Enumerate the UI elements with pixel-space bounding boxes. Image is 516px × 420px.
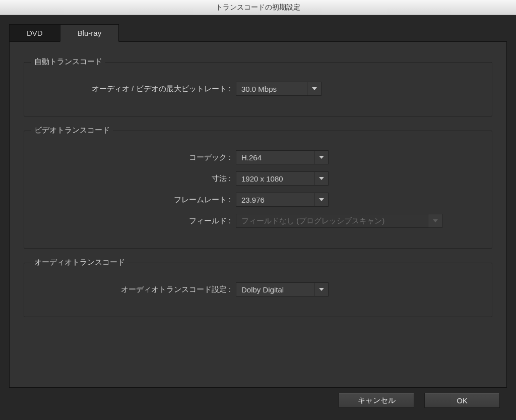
group-video-transcode: ビデオトランスコード コーデック : H.264 寸法 : 1920 x 108… xyxy=(24,131,492,249)
chevron-down-icon xyxy=(319,288,324,291)
chevron-down-icon xyxy=(319,198,324,201)
chevron-down-icon xyxy=(319,177,324,180)
label-framerate: フレームレート : xyxy=(34,195,236,205)
dropdown-max-bitrate-button[interactable] xyxy=(307,82,321,95)
dropdown-framerate-button[interactable] xyxy=(314,193,328,206)
dropdown-codec-button[interactable] xyxy=(314,151,328,164)
row-framerate: フレームレート : 23.976 xyxy=(34,193,482,207)
tab-dvd-label: DVD xyxy=(27,29,43,37)
row-audio-setting: オーディオトランスコード設定 : Dolby Digital xyxy=(34,282,482,296)
window-body: DVD Blu-ray 自動トランスコード オーディオ / ビデオの最大ビットレ… xyxy=(0,15,516,420)
row-field: フィールド : フィールドなし (プログレッシブスキャン) xyxy=(34,214,482,228)
tab-panel-bluray: 自動トランスコード オーディオ / ビデオの最大ビットレート : 30.0 Mb… xyxy=(9,41,507,388)
group-audio-transcode: オーディオトランスコード オーディオトランスコード設定 : Dolby Digi… xyxy=(24,263,492,317)
label-field: フィールド : xyxy=(34,216,236,226)
dropdown-field-value: フィールドなし (プログレッシブスキャン) xyxy=(236,216,428,226)
group-video-title: ビデオトランスコード xyxy=(31,126,113,135)
label-dimensions: 寸法 : xyxy=(34,174,236,184)
ok-button[interactable]: OK xyxy=(424,393,500,408)
tab-bluray-label: Blu-ray xyxy=(78,29,102,37)
group-audio-title: オーディオトランスコード xyxy=(31,258,128,267)
tab-bar: DVD Blu-ray xyxy=(9,24,516,42)
dropdown-audio-setting[interactable]: Dolby Digital xyxy=(236,282,329,296)
dialog-footer: キャンセル OK xyxy=(0,388,516,420)
dropdown-max-bitrate-value: 30.0 Mbps xyxy=(236,85,307,93)
window-title: トランスコードの初期設定 xyxy=(216,3,300,12)
chevron-down-icon xyxy=(312,87,317,90)
dropdown-framerate[interactable]: 23.976 xyxy=(236,193,329,207)
label-codec: コーデック : xyxy=(34,153,236,162)
row-codec: コーデック : H.264 xyxy=(34,150,482,164)
dropdown-dimensions[interactable]: 1920 x 1080 xyxy=(236,171,329,186)
row-max-bitrate: オーディオ / ビデオの最大ビットレート : 30.0 Mbps xyxy=(34,82,482,96)
label-max-bitrate: オーディオ / ビデオの最大ビットレート : xyxy=(34,84,236,94)
ok-button-label: OK xyxy=(457,396,468,405)
row-dimensions: 寸法 : 1920 x 1080 xyxy=(34,171,482,186)
dropdown-framerate-value: 23.976 xyxy=(236,196,314,204)
chevron-down-icon xyxy=(433,219,438,222)
titlebar: トランスコードの初期設定 xyxy=(0,0,516,15)
dropdown-dimensions-value: 1920 x 1080 xyxy=(236,174,314,183)
dropdown-dimensions-button[interactable] xyxy=(314,172,328,185)
cancel-button-label: キャンセル xyxy=(358,396,396,405)
chevron-down-icon xyxy=(319,156,324,159)
dropdown-max-bitrate[interactable]: 30.0 Mbps xyxy=(236,82,321,96)
group-auto-transcode: 自動トランスコード オーディオ / ビデオの最大ビットレート : 30.0 Mb… xyxy=(24,62,492,116)
dropdown-audio-setting-value: Dolby Digital xyxy=(236,285,314,294)
dropdown-codec[interactable]: H.264 xyxy=(236,150,329,164)
label-audio-setting: オーディオトランスコード設定 : xyxy=(34,285,236,294)
group-auto-title: 自動トランスコード xyxy=(31,57,105,67)
cancel-button[interactable]: キャンセル xyxy=(339,393,414,408)
tab-dvd[interactable]: DVD xyxy=(9,24,60,42)
tab-bluray[interactable]: Blu-ray xyxy=(60,24,119,42)
transcode-preferences-window: トランスコードの初期設定 DVD Blu-ray 自動トランスコード オーディオ… xyxy=(0,0,516,420)
dropdown-codec-value: H.264 xyxy=(236,153,314,162)
dropdown-field-button xyxy=(428,214,442,227)
dropdown-field: フィールドなし (プログレッシブスキャン) xyxy=(236,214,442,228)
dropdown-audio-setting-button[interactable] xyxy=(314,283,328,296)
